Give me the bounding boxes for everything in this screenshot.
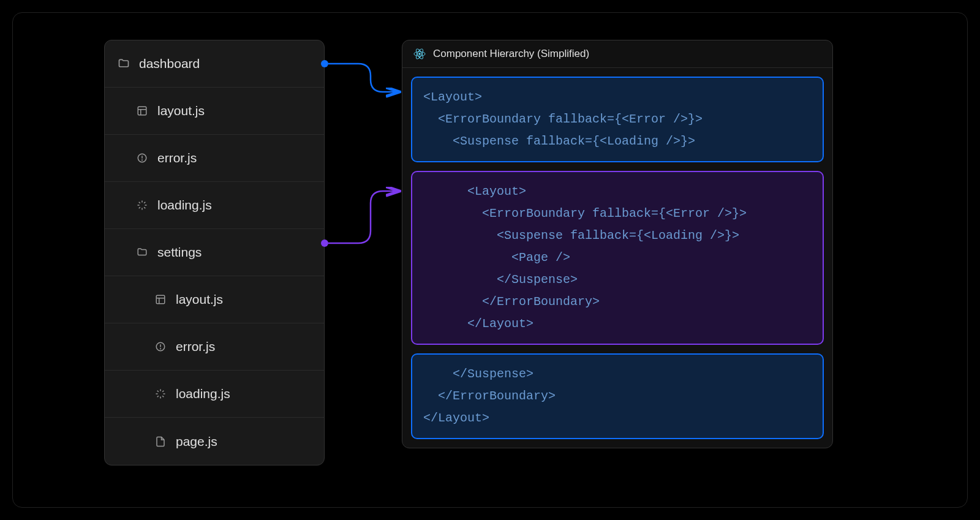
svg-line-12 [139, 207, 140, 208]
svg-rect-0 [138, 107, 146, 115]
react-icon [413, 48, 426, 60]
file-label: layout.js [176, 292, 223, 307]
file-icon [154, 435, 167, 448]
file-label: error.js [157, 151, 197, 165]
hierarchy-header: Component Hierarchy (Simplified) [402, 40, 832, 68]
file-label: page.js [176, 434, 217, 449]
svg-line-13 [144, 202, 145, 203]
code-block-purple-1: <Layout> <ErrorBoundary fallback={<Error… [411, 171, 824, 345]
hierarchy-title: Component Hierarchy (Simplified) [433, 48, 589, 60]
file-row-layout-js[interactable]: layout.js [105, 276, 324, 323]
loading-icon [154, 387, 167, 401]
file-tree-panel: dashboard layout.jserror.jsloading.jsset… [104, 40, 325, 465]
file-label: settings [157, 245, 202, 260]
folder-icon [135, 246, 149, 259]
layout-icon [135, 104, 149, 118]
loading-icon [135, 198, 149, 212]
layout-icon [154, 293, 167, 306]
hierarchy-panel: Component Hierarchy (Simplified) <Layout… [402, 40, 833, 448]
file-label: error.js [176, 339, 215, 354]
file-row-layout-js[interactable]: layout.js [105, 88, 324, 135]
folder-icon [117, 57, 130, 70]
svg-line-8 [139, 202, 140, 203]
svg-point-19 [160, 349, 161, 349]
error-icon [135, 151, 149, 165]
file-row-page-js[interactable]: page.js [105, 418, 324, 465]
svg-line-26 [157, 396, 159, 397]
file-row-error-js[interactable]: error.js [105, 323, 324, 371]
svg-point-28 [418, 53, 421, 55]
file-label: layout.js [157, 104, 205, 118]
svg-line-23 [162, 396, 164, 397]
code-block-blue-2: </Suspense> </ErrorBoundary> </Layout> [411, 353, 824, 439]
file-row-loading-js[interactable]: loading.js [105, 182, 324, 229]
folder-row-dashboard[interactable]: dashboard [105, 40, 324, 88]
svg-rect-14 [156, 295, 165, 304]
svg-line-9 [144, 207, 145, 208]
file-row-loading-js[interactable]: loading.js [105, 371, 324, 418]
error-icon [154, 340, 167, 353]
folder-label: dashboard [139, 56, 200, 71]
code-block-blue-0: <Layout> <ErrorBoundary fallback={<Error… [411, 77, 824, 162]
svg-line-27 [162, 391, 164, 392]
file-label: loading.js [176, 386, 230, 401]
svg-point-5 [142, 160, 143, 160]
folder-row-settings[interactable]: settings [105, 229, 324, 276]
svg-line-22 [157, 391, 159, 392]
file-label: loading.js [157, 198, 212, 213]
file-row-error-js[interactable]: error.js [105, 135, 324, 182]
